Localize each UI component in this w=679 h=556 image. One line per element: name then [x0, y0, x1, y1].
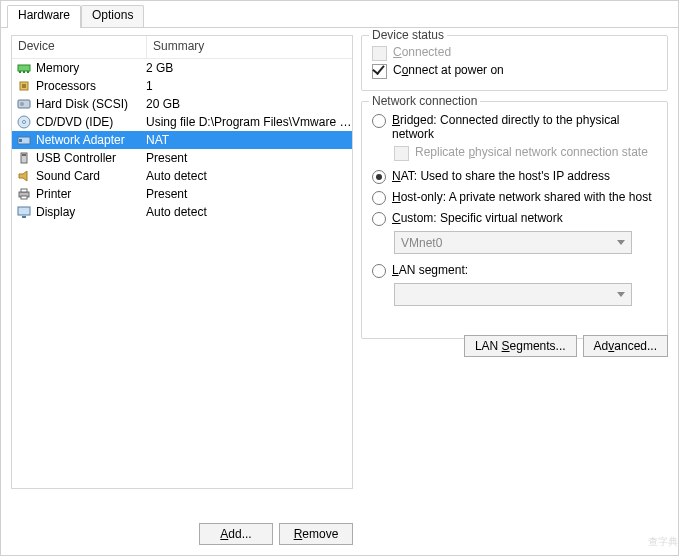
table-header: Device Summary: [12, 36, 352, 59]
network-connection-legend: Network connection: [369, 94, 480, 108]
row-device-label: USB Controller: [36, 151, 116, 165]
svg-point-7: [20, 102, 24, 106]
replicate-checkbox: [394, 146, 409, 161]
custom-network-select: VMnet0: [394, 231, 632, 254]
svg-rect-3: [27, 71, 29, 73]
row-device-cell: Printer: [12, 186, 142, 202]
lan-segment-select: [394, 283, 632, 306]
col-header-summary[interactable]: Summary: [147, 36, 352, 58]
sound-icon: [16, 168, 32, 184]
remove-button[interactable]: Remove: [279, 523, 353, 545]
svg-rect-17: [21, 196, 27, 199]
custom-radio[interactable]: [372, 212, 386, 226]
nat-label: NAT: Used to share the host's IP address: [392, 169, 610, 183]
row-device-cell: Sound Card: [12, 168, 142, 184]
tab-options[interactable]: Options: [81, 5, 144, 27]
left-button-bar: Add... Remove: [199, 523, 353, 545]
svg-rect-11: [19, 139, 22, 142]
row-summary-cell: 1: [142, 79, 352, 93]
svg-rect-1: [19, 71, 21, 73]
row-summary-cell: Present: [142, 187, 352, 201]
row-summary-cell: Using file D:\Program Files\Vmware Wo...: [142, 115, 352, 129]
svg-rect-0: [18, 65, 30, 71]
lan-radio-row[interactable]: LAN segment:: [372, 262, 657, 279]
table-row[interactable]: USB ControllerPresent: [12, 149, 352, 167]
bridged-radio[interactable]: [372, 114, 386, 128]
memory-icon: [16, 60, 32, 76]
table-row[interactable]: CD/DVD (IDE)Using file D:\Program Files\…: [12, 113, 352, 131]
hostonly-radio[interactable]: [372, 191, 386, 205]
table-row[interactable]: Network AdapterNAT: [12, 131, 352, 149]
lan-label: LAN segment:: [392, 263, 468, 277]
row-device-cell: Hard Disk (SCSI): [12, 96, 142, 112]
custom-network-value: VMnet0: [401, 236, 442, 250]
row-summary-cell: 20 GB: [142, 97, 352, 111]
tab-bar: Hardware Options: [1, 1, 678, 28]
nat-radio-row[interactable]: NAT: Used to share the host's IP address: [372, 168, 657, 185]
row-device-cell: Memory: [12, 60, 142, 76]
cpu-icon: [16, 78, 32, 94]
row-device-label: Display: [36, 205, 75, 219]
svg-marker-14: [19, 171, 27, 181]
chevron-down-icon: [617, 292, 625, 297]
settings-pane: Device status Connected Connect at power…: [361, 35, 668, 545]
chevron-down-icon: [617, 240, 625, 245]
replicate-label: Replicate physical network connection st…: [415, 145, 648, 159]
device-table[interactable]: Device Summary Memory2 GBProcessors1Hard…: [11, 35, 353, 489]
add-button[interactable]: Add...: [199, 523, 273, 545]
table-row[interactable]: Hard Disk (SCSI)20 GB: [12, 95, 352, 113]
row-summary-cell: Auto detect: [142, 169, 352, 183]
device-status-group: Device status Connected Connect at power…: [361, 35, 668, 91]
row-device-label: Hard Disk (SCSI): [36, 97, 128, 111]
printer-icon: [16, 186, 32, 202]
svg-rect-2: [23, 71, 25, 73]
bridged-radio-row[interactable]: Bridged: Connected directly to the physi…: [372, 112, 657, 142]
row-device-label: CD/DVD (IDE): [36, 115, 113, 129]
table-row[interactable]: PrinterPresent: [12, 185, 352, 203]
connect-power-checkbox-row[interactable]: Connect at power on: [372, 62, 657, 80]
lan-segments-button[interactable]: LAN Segments...: [464, 335, 577, 357]
table-row[interactable]: Sound CardAuto detect: [12, 167, 352, 185]
col-header-device[interactable]: Device: [12, 36, 147, 58]
row-device-label: Memory: [36, 61, 79, 75]
content-area: Device Summary Memory2 GBProcessors1Hard…: [1, 27, 678, 555]
advanced-button[interactable]: Advanced...: [583, 335, 668, 357]
svg-rect-13: [22, 154, 26, 156]
replicate-checkbox-row: Replicate physical network connection st…: [372, 144, 657, 162]
lan-segment-select-wrap: [372, 283, 657, 306]
cd-icon: [16, 114, 32, 130]
custom-radio-row[interactable]: Custom: Specific virtual network: [372, 210, 657, 227]
connected-checkbox: [372, 46, 387, 61]
table-row[interactable]: Memory2 GB: [12, 59, 352, 77]
svg-point-9: [23, 121, 26, 124]
row-device-cell: Processors: [12, 78, 142, 94]
svg-rect-19: [22, 216, 26, 218]
row-device-cell: CD/DVD (IDE): [12, 114, 142, 130]
row-summary-cell: Auto detect: [142, 205, 352, 219]
tab-options-label: Options: [92, 8, 133, 22]
vm-settings-dialog: Hardware Options Device Summary Memory2 …: [0, 0, 679, 556]
row-device-label: Network Adapter: [36, 133, 125, 147]
device-status-legend: Device status: [369, 28, 447, 42]
bridged-label: Bridged: Connected directly to the physi…: [392, 113, 657, 141]
hostonly-radio-row[interactable]: Host-only: A private network shared with…: [372, 189, 657, 206]
display-icon: [16, 204, 32, 220]
row-device-cell: Display: [12, 204, 142, 220]
custom-network-select-wrap: VMnet0: [372, 231, 657, 254]
svg-rect-18: [18, 207, 30, 215]
row-summary-cell: 2 GB: [142, 61, 352, 75]
table-row[interactable]: Processors1: [12, 77, 352, 95]
row-device-label: Sound Card: [36, 169, 100, 183]
row-device-label: Processors: [36, 79, 96, 93]
connect-power-checkbox[interactable]: [372, 64, 387, 79]
hostonly-label: Host-only: A private network shared with…: [392, 190, 651, 204]
nat-radio[interactable]: [372, 170, 386, 184]
tab-hardware-label: Hardware: [18, 8, 70, 22]
table-row[interactable]: DisplayAuto detect: [12, 203, 352, 221]
row-summary-cell: Present: [142, 151, 352, 165]
row-summary-cell: NAT: [142, 133, 352, 147]
lan-radio[interactable]: [372, 264, 386, 278]
custom-label: Custom: Specific virtual network: [392, 211, 563, 225]
tab-hardware[interactable]: Hardware: [7, 5, 81, 27]
nic-icon: [16, 132, 32, 148]
